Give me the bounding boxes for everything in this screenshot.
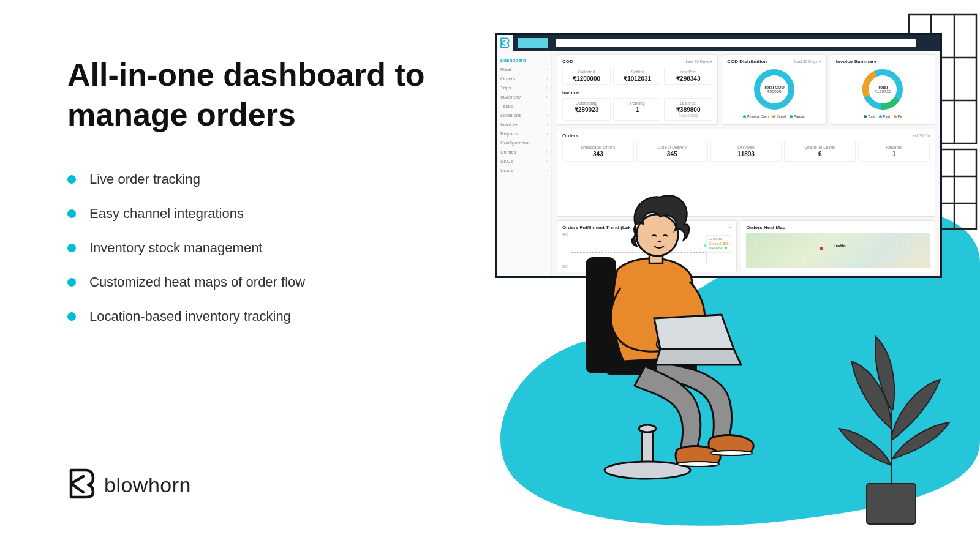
stat-label: Out For Delivery (638, 145, 706, 149)
sidebar-item-fleet[interactable]: Fleet› (500, 65, 548, 74)
sidebar-item-label: Trips (500, 85, 511, 91)
stat-label: Unallocated Orders (564, 145, 632, 149)
feature-list: Live order tracking Easy channel integra… (67, 171, 452, 343)
legend-item: Prepaid (790, 114, 805, 118)
sidebar-item-locations[interactable]: Locations› (500, 111, 548, 120)
svg-point-21 (710, 451, 752, 455)
legend-item: Paid (879, 114, 890, 118)
sidebar-item-label: Users (500, 168, 513, 173)
feature-item: Location-based inventory tracking (67, 309, 452, 324)
feature-item: Live order tracking (67, 171, 452, 187)
donut-chart-icon: Total COD₹00000 (753, 68, 796, 111)
sidebar-item-tasks[interactable]: Tasks (500, 102, 548, 111)
stat-label: Collected (564, 70, 609, 74)
sidebar-item-label: Tasks (500, 103, 513, 109)
stat-value: ₹389800 (666, 107, 710, 113)
feature-text: Live order tracking (89, 171, 200, 187)
stat-value: ₹298343 (666, 75, 710, 82)
sidebar-item-trips[interactable]: Trips› (500, 83, 548, 92)
sidebar-item-dashboard[interactable]: Dashboard (500, 56, 548, 65)
stat: Pending1 (613, 98, 662, 121)
chevron-right-icon: › (546, 150, 548, 154)
chevron-right-icon: › (546, 122, 548, 127)
sidebar-item-label: Fleet (500, 67, 511, 72)
cod-card: CODLast 30 Days ▾ Collected₹1200000 Sett… (557, 54, 718, 125)
stat: Last Paid₹389800Feb 02 2022 (664, 98, 712, 121)
map-country-label: India (834, 243, 846, 249)
stat: Returned1 (858, 141, 930, 162)
brand-logo-icon (67, 468, 96, 502)
card-subtitle: Invoice (562, 90, 579, 96)
sidebar-item-inventory[interactable]: Inventory› (500, 92, 548, 102)
page-headline: All-in-one dashboard to manage orders (67, 55, 452, 135)
donut-value: ₹00000 (764, 89, 785, 94)
sidebar-item-label: Invoices (500, 122, 518, 127)
bullet-icon (67, 278, 76, 287)
topbar (497, 35, 940, 51)
svg-point-22 (677, 462, 719, 467)
chevron-right-icon: › (546, 113, 548, 118)
stat-value: 345 (638, 151, 706, 157)
range-label: Last 30 Da (911, 133, 930, 138)
brand-name: blowhorn (104, 473, 191, 497)
donut-title: Total COD (764, 85, 785, 89)
stat-label: Outstanding (564, 101, 609, 105)
stat-value: 1 (860, 151, 928, 157)
donut-chart-icon: Total₹129736 (861, 68, 904, 111)
range-selector[interactable]: Last 30 Days ▾ (686, 59, 713, 64)
svg-point-17 (639, 425, 656, 432)
sidebar-item-users[interactable]: Users› (500, 166, 548, 175)
sidebar-item-configuration[interactable]: Configuration (500, 138, 548, 148)
sidebar-item-label: Orders (500, 76, 515, 81)
person-illustration (538, 184, 795, 502)
legend: Physical CashDigitalPrepaid (743, 114, 805, 118)
bullet-icon (67, 312, 76, 321)
chevron-right-icon: › (546, 86, 548, 90)
chevron-right-icon: › (546, 132, 548, 136)
legend-item: Total (864, 114, 875, 118)
brand: blowhorn (67, 468, 452, 502)
card-title: COD (562, 59, 573, 64)
stat-value: 1 (615, 107, 660, 113)
bullet-icon (67, 175, 76, 184)
stat-value: 6 (786, 151, 854, 157)
plant-illustration (821, 318, 956, 527)
stat-label: Last Paid (666, 70, 710, 74)
stat: Last Paid₹298343 (664, 67, 712, 85)
stat-value: 11893 (712, 151, 780, 157)
bullet-icon (67, 209, 76, 218)
sidebar-item-label: Reports (500, 131, 518, 137)
sidebar-item-label: Inventory (500, 94, 521, 100)
stat: Delivered11893 (710, 141, 782, 162)
topbar-accent (518, 38, 548, 48)
stat-value: ₹1200000 (564, 75, 609, 82)
legend-item: Digital (772, 114, 786, 118)
sidebar-item-reports[interactable]: Reports› (500, 129, 548, 138)
card-title: Invoice Summary (836, 59, 876, 64)
donut-value: ₹129736 (875, 89, 891, 94)
stat: Outstanding₹289023 (562, 98, 611, 121)
bullet-icon (67, 244, 76, 252)
feature-text: Easy channel integrations (89, 206, 244, 222)
sidebar-item-label: Utilities (500, 149, 516, 155)
cod-distribution-card: COD DistributionLast 30 Days ▾ Total COD… (722, 54, 826, 125)
sidebar-item-utilities[interactable]: Utilities› (500, 148, 548, 157)
stat: Unable To Deliver6 (784, 141, 856, 162)
sidebar-item-invoices[interactable]: Invoices› (500, 120, 548, 129)
stat-sub: Feb 02 2022 (666, 114, 710, 118)
chevron-right-icon: › (546, 67, 548, 72)
chevron-right-icon: › (546, 95, 548, 99)
card-title: COD Distribution (727, 59, 767, 64)
sidebar-item-skus[interactable]: SKUs› (500, 157, 548, 166)
sidebar-item-label: Configuration (500, 140, 530, 146)
stat: Unallocated Orders343 (562, 141, 634, 162)
search-input[interactable] (556, 39, 916, 47)
stat-label: Unable To Deliver (786, 145, 854, 149)
sidebar-item-label: SKUs (500, 159, 513, 164)
sidebar-item-orders[interactable]: Orders› (500, 74, 548, 83)
stat-value: ₹1012031 (615, 75, 660, 82)
feature-item: Easy channel integrations (67, 206, 452, 222)
range-selector[interactable]: Last 30 Days ▾ (794, 59, 821, 64)
chevron-right-icon: › (546, 159, 548, 163)
feature-item: Inventory stock management (67, 240, 452, 256)
